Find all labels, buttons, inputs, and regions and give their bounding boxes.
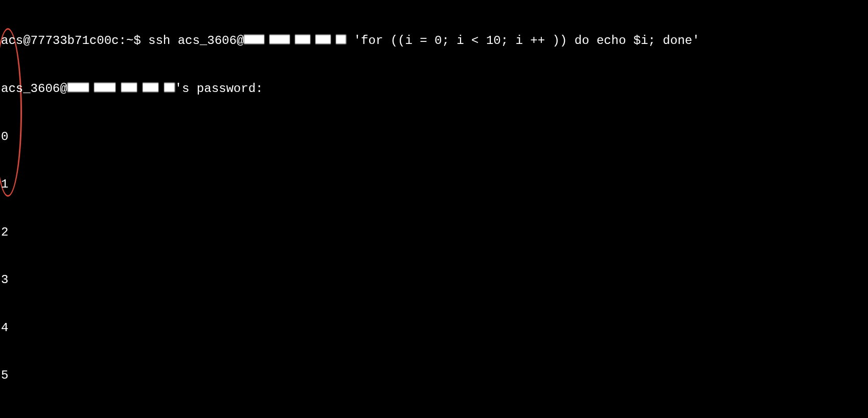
redacted-host-icon (244, 33, 346, 49)
pw-suffix: 's password: (175, 82, 263, 96)
pw-user: acs_3606@ (1, 82, 67, 96)
ssh-command-end: 'for ((i = 0; i < 10; i ++ )) do echo $i… (346, 34, 699, 48)
output-line: 5 (1, 367, 867, 383)
output-line: 2 (1, 224, 867, 240)
output-line: 1 (1, 176, 867, 192)
redacted-host-icon (67, 81, 175, 97)
output-line: 3 (1, 272, 867, 288)
output-line: 6 (1, 415, 867, 418)
terminal-output[interactable]: acs@77733b71c00c:~$ ssh acs_3606@ 'for (… (1, 1, 867, 418)
output-line: 4 (1, 320, 867, 336)
command-line-1: acs@77733b71c00c:~$ ssh acs_3606@ 'for (… (1, 33, 867, 49)
ssh-command-start: ssh acs_3606@ (148, 34, 244, 48)
output-line: 0 (1, 129, 867, 145)
password-prompt-1: acs_3606@'s password: (1, 81, 867, 97)
prompt: acs@77733b71c00c:~$ (1, 34, 148, 48)
